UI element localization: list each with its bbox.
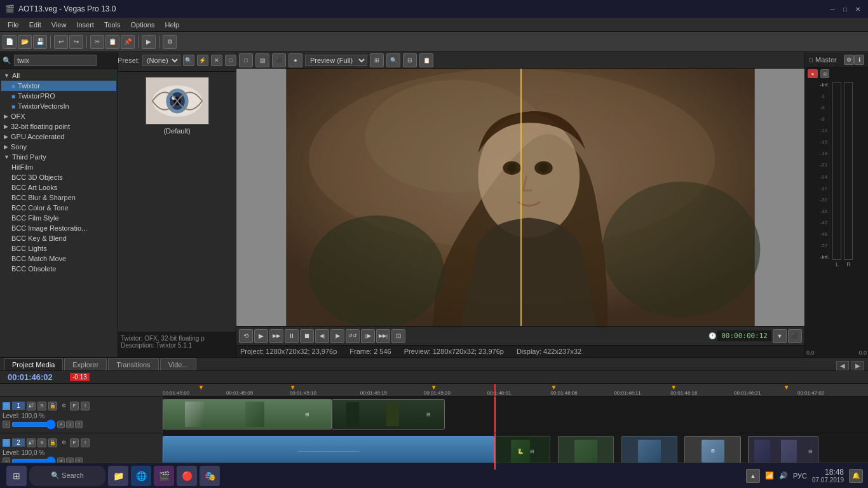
track-1-vol-down[interactable]: - (3, 421, 10, 428)
clip-handle[interactable]: ⊟ (426, 412, 431, 417)
preview-split-btn[interactable]: ⊟ (403, 53, 417, 67)
prev-play-btn[interactable]: ▶ (254, 329, 268, 343)
tab-video-fx[interactable]: Vide... (160, 358, 196, 370)
master-mute[interactable]: ● (808, 69, 818, 78)
prev-prev-frame[interactable]: ◀| (315, 329, 329, 343)
clip-2-5[interactable]: ⊞ (684, 436, 741, 466)
prev-extra-btn[interactable]: ⊡ (391, 329, 405, 343)
preview-quality-select[interactable]: Preview (Full) Preview (Half) Best (Full… (305, 55, 367, 66)
redo-button[interactable]: ↪ (69, 35, 83, 49)
track-2-extra[interactable]: ! (81, 438, 90, 447)
taskbar-chrome[interactable]: 🔴 (177, 466, 197, 486)
menu-view[interactable]: View (46, 20, 72, 30)
tree-twixtor[interactable]: ■ Twixtor (1, 81, 116, 91)
track-2-settings[interactable]: ⚙ (59, 438, 68, 447)
properties-button[interactable]: ⚙ (163, 35, 177, 49)
tree-hitfilm[interactable]: HitFilm (1, 162, 116, 172)
master-knob[interactable]: ◎ (820, 69, 829, 78)
tree-bcclooks[interactable]: BCC Art Looks (1, 182, 116, 193)
prev-rewind-btn[interactable]: ⟲ (239, 329, 253, 343)
tab-explorer[interactable]: Explorer (64, 358, 107, 370)
language-label[interactable]: РУС (793, 472, 807, 480)
tab-prev-btn[interactable]: ◀ (836, 361, 849, 370)
clip-2-6-handle[interactable]: ⊟ (808, 449, 813, 454)
track-1-settings[interactable]: ⚙ (59, 402, 68, 410)
menu-edit[interactable]: Edit (24, 20, 46, 30)
preview-zoom-btn[interactable]: 🔍 (386, 53, 400, 67)
prev-next-frame[interactable]: |▶ (330, 329, 344, 343)
prev-timecode-arrow[interactable]: ▼ (773, 329, 787, 343)
maximize-button[interactable]: □ (840, 4, 850, 14)
clip-1-2[interactable]: ⊟ (332, 399, 445, 430)
tree-all[interactable]: ▼ All (1, 71, 116, 81)
track-1-fx[interactable]: F (70, 402, 79, 410)
taskbar-vegas[interactable]: 🎬 (154, 466, 174, 486)
close-button[interactable]: ✕ (853, 4, 863, 14)
notifications[interactable]: 🔔 (849, 469, 863, 483)
paste-button[interactable]: 📌 (121, 35, 135, 49)
preview-tb-btn2[interactable]: ▤ (255, 53, 269, 67)
track-2-fx[interactable]: F (70, 438, 79, 447)
tree-bccobsolete[interactable]: BCC Obsolete (1, 264, 116, 274)
menu-tools[interactable]: Tools (99, 20, 126, 30)
taskbar-other[interactable]: 🎭 (200, 466, 220, 486)
preview-tb-btn3[interactable]: ⬛ (272, 53, 286, 67)
tree-bcckey[interactable]: BCC Key & Blend (1, 233, 116, 243)
prev-pause-btn[interactable]: ⏸ (285, 329, 299, 343)
prev-fast-btn[interactable]: ▶▶| (376, 329, 390, 343)
track-1-pan-up[interactable]: ↑ (75, 421, 83, 428)
tree-bccmatch[interactable]: BCC Match Move (1, 254, 116, 264)
systray-icons[interactable]: ▲ (746, 469, 760, 483)
master-info[interactable]: ℹ (854, 55, 864, 65)
tab-project-media[interactable]: Project Media (4, 358, 63, 370)
clip-2-6[interactable]: ⊟ (748, 436, 818, 466)
tree-bccfilm[interactable]: BCC Film Style (1, 213, 116, 223)
search-taskbar[interactable]: 🔍 Search (29, 466, 105, 486)
track-1-mute[interactable]: 🔊 (27, 402, 36, 410)
prev-marker-btn[interactable]: ⬛ (788, 329, 802, 343)
prev-stop-btn[interactable]: ⏹ (300, 329, 314, 343)
prev-play-full-btn[interactable]: ▶▶ (269, 329, 283, 343)
preset-add-icon[interactable]: ⚡ (197, 55, 208, 66)
track-1-vol-up[interactable]: + (57, 421, 65, 428)
tree-twixtorvi[interactable]: ■ TwixtorVectorsIn (1, 101, 116, 111)
menu-options[interactable]: Options (126, 20, 160, 30)
tree-bcclights[interactable]: BCC Lights (1, 243, 116, 254)
save-button[interactable]: 💾 (33, 35, 47, 49)
tree-twixtorpro[interactable]: ■ TwixtorPRO (1, 91, 116, 101)
clip-1-1[interactable]: ⊞ (163, 399, 332, 430)
menu-help[interactable]: Help (159, 20, 184, 30)
tree-32bit[interactable]: ▶ 32-bit floating point (1, 121, 116, 132)
prev-loop-btn[interactable]: ↺↺ (346, 329, 360, 343)
track-2-mute[interactable]: 🔊 (27, 438, 36, 447)
clip-2-4[interactable] (621, 436, 678, 466)
preset-window-icon[interactable]: □ (225, 55, 236, 66)
track-1-extra[interactable]: ! (81, 402, 90, 410)
track-1-lock[interactable]: 🔓 (48, 402, 57, 410)
clip-2-3[interactable] (558, 436, 614, 466)
copy-button[interactable]: 📋 (105, 35, 119, 49)
track-1-volume-slider[interactable] (11, 421, 56, 428)
open-button[interactable]: 📂 (18, 35, 32, 49)
undo-button[interactable]: ↩ (54, 35, 68, 49)
clip-resize-handle[interactable]: ⊞ (305, 412, 309, 417)
render-button[interactable]: ▶ (142, 35, 156, 49)
menu-insert[interactable]: Insert (71, 20, 99, 30)
preset-search-icon[interactable]: 🔍 (183, 55, 194, 66)
menu-file[interactable]: File (3, 20, 24, 30)
track-1-solo[interactable]: S (37, 402, 46, 410)
tab-next-btn[interactable]: ▶ (851, 361, 864, 370)
taskbar-explorer[interactable]: 📁 (108, 466, 128, 486)
prev-slow-btn[interactable]: ||▶ (361, 329, 375, 343)
search-input[interactable] (14, 55, 97, 66)
tab-transitions[interactable]: Transitions (108, 358, 158, 370)
preview-tb-btn1[interactable]: □ (239, 53, 253, 67)
track-1-pan-down[interactable]: ↓ (66, 421, 74, 428)
tree-bccimage[interactable]: BCC Image Restoratio... (1, 223, 116, 233)
tree-bcc3d[interactable]: BCC 3D Objects (1, 172, 116, 182)
tree-third-party[interactable]: ▼ Third Party (1, 152, 116, 162)
preset-dropdown[interactable]: (None) (142, 55, 180, 66)
track-2-solo[interactable]: S (37, 438, 46, 447)
tree-gpu[interactable]: ▶ GPU Accelerated (1, 132, 116, 142)
clip-2-2[interactable]: 🐍 ⊟ (494, 436, 551, 466)
